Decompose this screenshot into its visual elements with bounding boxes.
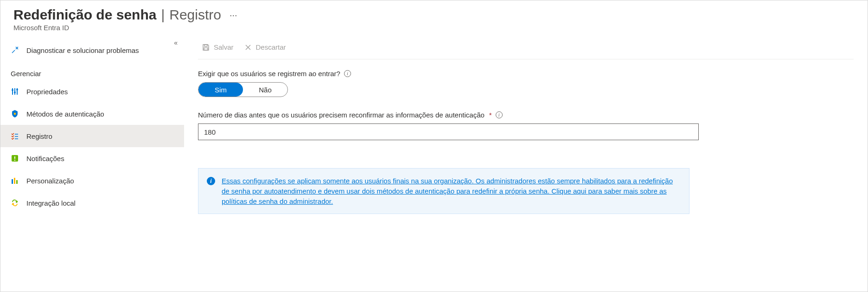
sidebar-item-label: Integração local bbox=[26, 199, 76, 207]
content-area: Salvar Descartar Exigir que os usuários … bbox=[184, 35, 868, 287]
sidebar-item-notifications[interactable]: Notificações bbox=[0, 147, 184, 169]
sidebar-item-diagnose[interactable]: Diagnosticar e solucionar problemas bbox=[0, 39, 184, 61]
require-register-label: Exigir que os usuários se registrem ao e… bbox=[198, 70, 340, 78]
sidebar: « Diagnosticar e solucionar problemas Ge… bbox=[0, 35, 184, 287]
discard-button-label: Descartar bbox=[256, 43, 286, 51]
sidebar-item-label: Propriedades bbox=[26, 88, 68, 96]
page-title-sub: Registro bbox=[169, 7, 221, 23]
banner-link[interactable]: Essas configurações se aplicam somente a… bbox=[222, 176, 681, 206]
info-icon[interactable]: i bbox=[344, 70, 351, 77]
alert-icon bbox=[11, 154, 19, 162]
wrench-icon bbox=[11, 46, 19, 54]
svg-rect-6 bbox=[14, 113, 16, 115]
save-button-label: Salvar bbox=[214, 43, 234, 51]
reconfirm-days-input[interactable] bbox=[198, 123, 699, 140]
more-actions-button[interactable]: ··· bbox=[226, 10, 237, 20]
toggle-option-no[interactable]: Não bbox=[243, 83, 287, 97]
sidebar-section-manage: Gerenciar bbox=[0, 61, 184, 80]
sidebar-item-properties[interactable]: Propriedades bbox=[0, 80, 184, 103]
sidebar-item-label: Notificações bbox=[26, 155, 64, 162]
svg-point-4 bbox=[14, 91, 16, 93]
svg-rect-13 bbox=[12, 179, 13, 184]
collapse-sidebar-button[interactable]: « bbox=[174, 39, 178, 46]
sidebar-item-registration[interactable]: Registro bbox=[0, 125, 184, 147]
shield-icon bbox=[11, 110, 19, 118]
svg-rect-16 bbox=[204, 45, 207, 46]
sidebar-item-customization[interactable]: Personalização bbox=[0, 169, 184, 192]
discard-button[interactable]: Descartar bbox=[244, 43, 286, 52]
page-title-separator: | bbox=[161, 7, 165, 23]
sidebar-item-label: Métodos de autenticação bbox=[26, 110, 104, 118]
sidebar-item-label: Personalização bbox=[26, 177, 74, 185]
sidebar-item-auth-methods[interactable]: Métodos de autenticação bbox=[0, 103, 184, 125]
svg-point-5 bbox=[16, 89, 18, 91]
save-icon bbox=[202, 43, 210, 52]
save-button[interactable]: Salvar bbox=[202, 43, 234, 52]
sliders-icon bbox=[11, 87, 19, 96]
svg-rect-15 bbox=[16, 180, 18, 184]
reconfirm-label: Número de dias antes que os usuários pre… bbox=[198, 111, 485, 119]
page-subtitle: Microsoft Entra ID bbox=[13, 24, 855, 32]
sync-icon bbox=[11, 199, 19, 207]
sidebar-item-label: Registro bbox=[26, 132, 52, 140]
page-header: Redefinição de senha | Registro ··· Micr… bbox=[0, 0, 868, 35]
svg-rect-14 bbox=[14, 178, 15, 184]
required-indicator: * bbox=[489, 111, 492, 119]
page-title-main: Redefinição de senha bbox=[13, 7, 156, 23]
sidebar-item-label: Diagnosticar e solucionar problemas bbox=[26, 46, 139, 54]
reconfirm-label-row: Número de dias antes que os usuários pre… bbox=[198, 111, 699, 119]
svg-point-3 bbox=[12, 89, 13, 91]
checklist-icon bbox=[11, 132, 19, 140]
toggle-option-yes[interactable]: Sim bbox=[198, 83, 243, 97]
svg-rect-17 bbox=[204, 48, 208, 50]
sidebar-item-onprem[interactable]: Integração local bbox=[0, 192, 184, 214]
require-register-toggle[interactable]: Sim Não bbox=[198, 82, 288, 97]
bars-icon bbox=[11, 176, 19, 185]
require-register-label-row: Exigir que os usuários se registrem ao e… bbox=[198, 70, 699, 78]
info-banner: i Essas configurações se aplicam somente… bbox=[198, 168, 689, 214]
svg-point-12 bbox=[14, 160, 15, 161]
toolbar: Salvar Descartar bbox=[198, 35, 854, 59]
info-icon[interactable]: i bbox=[496, 111, 503, 118]
close-icon bbox=[244, 43, 252, 52]
info-icon: i bbox=[207, 177, 215, 185]
